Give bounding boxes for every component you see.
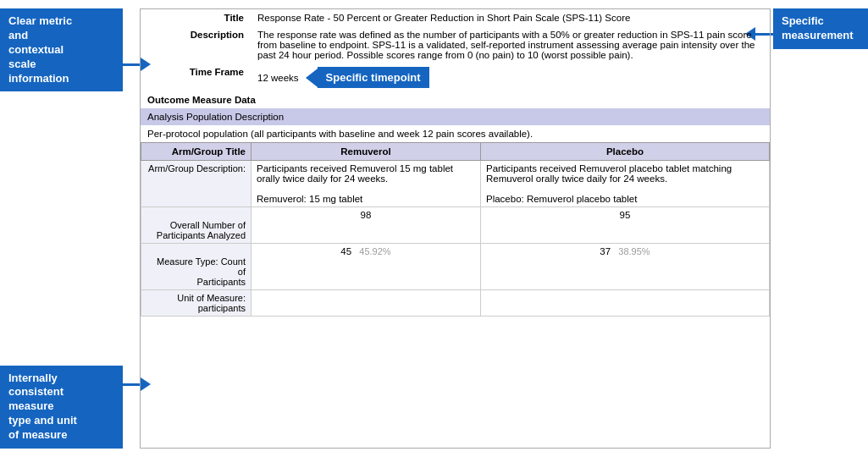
timeframe-label: Time Frame: [141, 63, 251, 91]
table-row: Measure Type: Count of Participants 45 4…: [141, 244, 770, 290]
col-remuverol: Remuverol: [252, 143, 481, 161]
outcome-table: Title Response Rate - 50 Percent or Grea…: [141, 9, 770, 142]
bottom-left-callout: Internally consistent measure type and u…: [0, 366, 123, 449]
analysis-header: Analysis Population Description: [141, 108, 770, 125]
timepoint-annotation: Specific timepoint: [306, 67, 429, 88]
outcome-header-row: Outcome Measure Data: [141, 91, 770, 108]
data-grid: Arm/Group Title Remuverol Placebo Arm/Gr…: [141, 142, 770, 317]
table-row: Arm/Group Description: Participants rece…: [141, 161, 770, 207]
armgroup-desc-label: Arm/Group Description:: [141, 161, 252, 207]
table-row: Overall Number of Participants Analyzed …: [141, 207, 770, 244]
title-label: Title: [141, 9, 251, 26]
description-value: The response rate was defined as the num…: [251, 26, 770, 63]
top-right-callout: Specific measurement: [773, 8, 868, 49]
description-row: Description The response rate was define…: [141, 26, 770, 63]
measure-type-label: Measure Type: Count of Participants: [141, 244, 252, 290]
placebo-overall: 95: [480, 207, 769, 244]
col-armgroup: Arm/Group Title: [141, 143, 252, 161]
placebo-count: 37 38.95%: [480, 244, 769, 290]
timeframe-row: Time Frame 12 weeks Specific timepoint: [141, 63, 770, 91]
timeframe-value: 12 weeks Specific timepoint: [251, 63, 770, 91]
placebo-unit: [480, 290, 769, 317]
protocol-text: Per-protocol population (all participant…: [141, 125, 770, 142]
protocol-row: Per-protocol population (all participant…: [141, 125, 770, 142]
main-content: Title Response Rate - 50 Percent or Grea…: [140, 8, 771, 449]
remuverol-count: 45 45.92%: [252, 244, 481, 290]
top-left-callout: Clear metric and contextual scale inform…: [0, 8, 123, 91]
timepoint-arrow-icon: [306, 69, 318, 87]
overall-label: Overall Number of Participants Analyzed: [141, 207, 252, 244]
timepoint-label: Specific timepoint: [318, 67, 429, 88]
grid-header-row: Arm/Group Title Remuverol Placebo: [141, 143, 770, 161]
unit-label: Unit of Measure: participants: [141, 290, 252, 317]
placebo-desc: Participants received Remuverol placebo …: [480, 161, 769, 207]
title-row: Title Response Rate - 50 Percent or Grea…: [141, 9, 770, 26]
description-label: Description: [141, 26, 251, 63]
title-value: Response Rate - 50 Percent or Greater Re…: [251, 9, 770, 26]
analysis-header-row: Analysis Population Description: [141, 108, 770, 125]
page-container: Clear metric and contextual scale inform…: [0, 0, 868, 457]
col-placebo: Placebo: [480, 143, 769, 161]
outcome-measure-header: Outcome Measure Data: [141, 91, 770, 108]
remuverol-overall: 98: [252, 207, 481, 244]
remuverol-desc: Participants received Remuverol 15 mg ta…: [252, 161, 481, 207]
remuverol-unit: [252, 290, 481, 317]
table-row: Unit of Measure: participants: [141, 290, 770, 317]
